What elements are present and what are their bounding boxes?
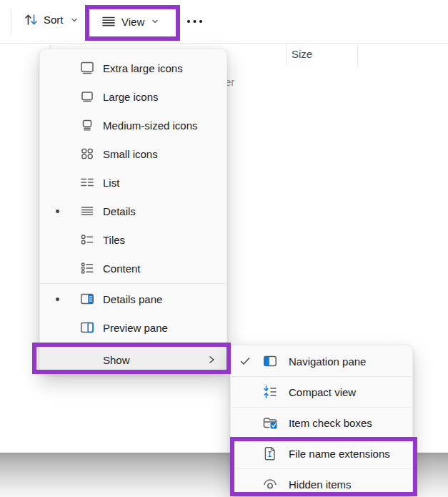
more-options-button[interactable] bbox=[185, 14, 205, 29]
extra-large-icons-icon bbox=[74, 60, 100, 76]
submenu-item-hidden-items[interactable]: Hidden items bbox=[231, 469, 412, 497]
submenu-item-compact-view[interactable]: Compact view bbox=[231, 377, 412, 407]
chevron-down-icon bbox=[151, 17, 159, 26]
menu-item-label: Details bbox=[103, 205, 136, 217]
menu-item-label: Small icons bbox=[103, 148, 158, 160]
checkmark-icon bbox=[231, 355, 259, 367]
ellipsis-icon bbox=[185, 14, 205, 29]
details-pane-icon bbox=[74, 291, 100, 307]
menu-item-label: Tiles bbox=[103, 234, 125, 246]
submenu-item-label: Hidden items bbox=[289, 478, 352, 491]
toolbar-divider bbox=[11, 9, 11, 35]
menu-item-label: Large icons bbox=[103, 91, 159, 103]
tiles-icon bbox=[74, 232, 100, 247]
submenu-item-file-name-extensions[interactable]: File name extensions bbox=[231, 438, 412, 468]
menu-item-tiles[interactable]: Tiles bbox=[40, 225, 227, 254]
chevron-down-icon bbox=[70, 16, 79, 24]
small-icons-icon bbox=[74, 146, 100, 162]
content-icon bbox=[74, 260, 100, 276]
menu-separator bbox=[40, 283, 227, 284]
medium-icons-icon bbox=[74, 117, 100, 133]
menu-item-label: Preview pane bbox=[103, 322, 168, 334]
submenu-item-item-check-boxes[interactable]: Item check boxes bbox=[231, 408, 412, 438]
navigation-pane-icon bbox=[259, 353, 281, 369]
selected-bullet bbox=[56, 210, 59, 213]
large-icons-icon bbox=[74, 89, 100, 104]
compact-view-icon bbox=[259, 384, 281, 400]
column-divider bbox=[357, 45, 358, 66]
menu-item-label: List bbox=[103, 177, 119, 189]
submenu-item-navigation-pane[interactable]: Navigation pane bbox=[231, 346, 412, 376]
menu-item-label: Show bbox=[103, 354, 130, 366]
menu-item-preview-pane[interactable]: Preview pane bbox=[40, 313, 227, 342]
menu-item-show[interactable]: Show bbox=[40, 345, 227, 374]
list-icon bbox=[74, 174, 100, 190]
submenu-item-label: Compact view bbox=[289, 386, 356, 398]
submenu-chevron-icon bbox=[206, 355, 216, 365]
item-check-boxes-icon bbox=[259, 415, 281, 430]
submenu-item-label: Item check boxes bbox=[289, 417, 372, 429]
menu-item-medium-sized-icons[interactable]: Medium-sized icons bbox=[40, 111, 227, 139]
file-name-extensions-icon bbox=[259, 446, 281, 461]
sort-icon bbox=[24, 12, 39, 27]
hidden-items-icon bbox=[259, 476, 281, 492]
menu-item-details[interactable]: Details bbox=[40, 197, 227, 225]
command-toolbar: Sort View bbox=[0, 0, 448, 44]
view-button[interactable]: View bbox=[101, 14, 159, 29]
column-divider bbox=[286, 45, 287, 66]
column-header-size[interactable]: Size bbox=[292, 48, 312, 60]
menu-separator bbox=[40, 343, 227, 343]
menu-item-large-icons[interactable]: Large icons bbox=[40, 82, 227, 111]
selected-bullet bbox=[56, 297, 59, 301]
menu-item-label: Details pane bbox=[103, 293, 162, 305]
preview-pane-icon bbox=[74, 320, 100, 335]
sort-button[interactable]: Sort bbox=[24, 12, 79, 27]
view-button-label: View bbox=[121, 16, 144, 28]
menu-item-content[interactable]: Content bbox=[40, 254, 227, 282]
menu-item-extra-large-icons[interactable]: Extra large icons bbox=[40, 54, 227, 82]
submenu-item-label: File name extensions bbox=[289, 448, 390, 460]
menu-item-label: Extra large icons bbox=[103, 62, 183, 74]
show-submenu: Navigation pane Compact view bbox=[230, 345, 413, 496]
menu-item-small-icons[interactable]: Small icons bbox=[40, 139, 227, 168]
view-dropdown-menu: Extra large icons Large icons Medium-siz… bbox=[39, 49, 227, 374]
menu-item-details-pane[interactable]: Details pane bbox=[40, 285, 227, 313]
menu-item-list[interactable]: List bbox=[40, 168, 227, 197]
menu-item-label: Medium-sized icons bbox=[103, 119, 198, 132]
menu-item-label: Content bbox=[103, 262, 141, 275]
details-icon bbox=[74, 203, 100, 219]
submenu-item-label: Navigation pane bbox=[289, 355, 366, 368]
sort-button-label: Sort bbox=[44, 14, 64, 26]
view-list-icon bbox=[101, 14, 116, 29]
